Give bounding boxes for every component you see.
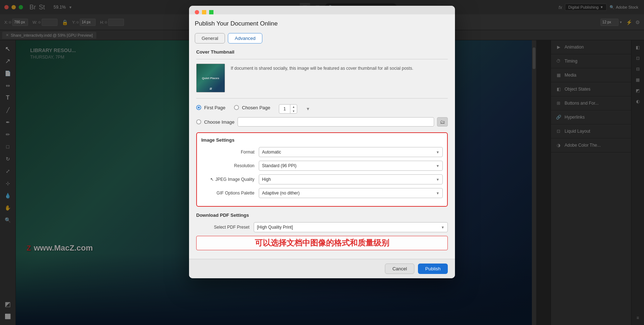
radio-first-page-label: First Page bbox=[204, 105, 225, 110]
modal-overlay: Publish Your Document Online General Adv… bbox=[0, 0, 644, 325]
jpeg-quality-label: JPEG Image Quality bbox=[215, 177, 254, 182]
download-pdf-title: Download PDF Settings bbox=[196, 212, 448, 218]
thumbnail-text: Quiet Places bbox=[202, 77, 219, 80]
cancel-button[interactable]: Cancel bbox=[385, 264, 414, 274]
page-number-value: 1 bbox=[279, 105, 290, 113]
settings-row-format: Format Automatic ▼ bbox=[201, 147, 443, 157]
radio-options-row: First Page Chosen Page 1 ▲ ▼ ▼ bbox=[196, 104, 448, 114]
spinner-down[interactable]: ▼ bbox=[290, 109, 297, 113]
dialog-titlebar bbox=[189, 6, 455, 14]
gif-palette-select[interactable]: Adaptive (no dither) ▼ bbox=[259, 188, 443, 198]
cursor-indicator: ↖ bbox=[210, 177, 214, 182]
cover-thumbnail-title: Cover Thumbnail bbox=[196, 49, 448, 55]
format-label: Format bbox=[201, 150, 259, 155]
chinese-annotation: 可以选择文档中图像的格式和质量级别 bbox=[196, 236, 448, 250]
format-value: Automatic bbox=[262, 150, 281, 155]
radio-chosen-page-label: Chosen Page bbox=[242, 105, 270, 110]
dialog-title: Publish Your Document Online bbox=[195, 20, 449, 27]
format-chevron: ▼ bbox=[436, 150, 440, 154]
jpeg-quality-select[interactable]: High ▼ bbox=[259, 174, 443, 184]
dialog-close-btn[interactable] bbox=[195, 10, 199, 14]
tab-advanced[interactable]: Advanced bbox=[228, 33, 262, 44]
chevron-down-icon: ▼ bbox=[306, 106, 310, 111]
resolution-value: Standard (96 PPI) bbox=[262, 163, 296, 168]
gif-palette-chevron: ▼ bbox=[436, 191, 440, 195]
pdf-preset-label: Select PDF Preset bbox=[196, 225, 254, 230]
file-path-input[interactable] bbox=[238, 117, 434, 127]
dialog-content: Cover Thumbnail Quiet Places 🖼 If docume… bbox=[189, 44, 455, 259]
pdf-preset-value: [High Quality Print] bbox=[257, 225, 293, 230]
pdf-preset-chevron: ▼ bbox=[441, 225, 445, 229]
dialog-tabs: General Advanced bbox=[195, 33, 449, 44]
thumbnail-image: Quiet Places 🖼 bbox=[196, 64, 225, 92]
spinner-up[interactable]: ▲ bbox=[290, 105, 297, 109]
jpeg-quality-chevron: ▼ bbox=[436, 178, 440, 182]
dialog-minimize-btn[interactable] bbox=[202, 10, 206, 14]
tab-general[interactable]: General bbox=[195, 33, 225, 44]
choose-image-label: Choose Image bbox=[204, 119, 235, 125]
radio-chosen-page-circle[interactable] bbox=[234, 105, 239, 110]
cover-thumbnail-row: Quiet Places 🖼 If document is shared soc… bbox=[196, 64, 448, 99]
jpeg-quality-value: High bbox=[262, 177, 271, 182]
resolution-chevron: ▼ bbox=[436, 164, 440, 168]
page-number-spinner[interactable]: 1 ▲ ▼ bbox=[279, 104, 297, 114]
settings-row-gif-palette: GIF Options Palette Adaptive (no dither)… bbox=[201, 188, 443, 198]
thumbnail-description: If document is shared socially, this ima… bbox=[231, 64, 413, 72]
settings-row-pdf-preset: Select PDF Preset [High Quality Print] ▼ bbox=[196, 222, 448, 232]
gif-palette-label: GIF Options Palette bbox=[201, 191, 259, 196]
settings-row-resolution: Resolution Standard (96 PPI) ▼ bbox=[201, 161, 443, 171]
radio-choose-image[interactable] bbox=[196, 119, 201, 124]
format-select[interactable]: Automatic ▼ bbox=[259, 147, 443, 157]
radio-first-page-circle[interactable] bbox=[196, 105, 201, 110]
choose-image-row: Choose Image 🗂 bbox=[196, 117, 448, 127]
divider-1 bbox=[196, 59, 448, 59]
radio-chosen-page[interactable]: Chosen Page bbox=[234, 105, 270, 110]
radio-first-page[interactable]: First Page bbox=[196, 105, 225, 110]
gif-palette-value: Adaptive (no dither) bbox=[262, 191, 300, 196]
dialog-maximize-btn[interactable] bbox=[209, 10, 213, 14]
folder-icon: 🗂 bbox=[440, 119, 445, 125]
thumbnail-label-text: 🖼 bbox=[197, 88, 225, 90]
folder-browse-btn[interactable]: 🗂 bbox=[437, 117, 448, 127]
publish-button[interactable]: Publish bbox=[418, 264, 448, 274]
dialog-footer: Cancel Publish bbox=[189, 259, 455, 278]
pdf-preset-select[interactable]: [High Quality Print] ▼ bbox=[254, 222, 448, 232]
image-settings-title: Image Settings bbox=[201, 137, 443, 143]
resolution-label: Resolution bbox=[201, 163, 259, 168]
publish-dialog: Publish Your Document Online General Adv… bbox=[189, 6, 455, 278]
resolution-select[interactable]: Standard (96 PPI) ▼ bbox=[259, 161, 443, 171]
spinner-arrows: ▲ ▼ bbox=[290, 105, 297, 113]
settings-row-jpeg-quality: ↖ JPEG Image Quality High ▼ bbox=[201, 174, 443, 184]
image-settings-box: Image Settings Format Automatic ▼ Resolu… bbox=[196, 132, 448, 207]
